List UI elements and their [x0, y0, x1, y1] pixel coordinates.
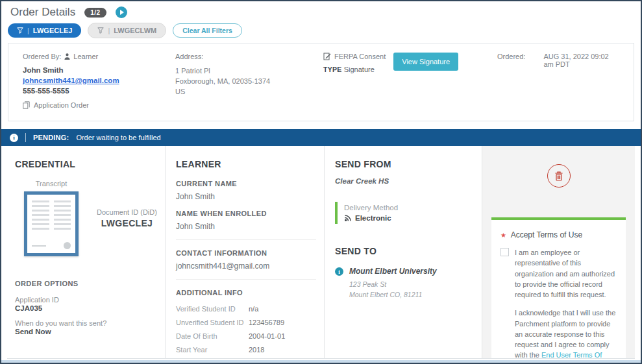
clear-all-filters-button[interactable]: Clear All Filters	[173, 23, 242, 38]
orderer-email-link[interactable]: johncsmith441@gmail.com	[23, 77, 119, 84]
next-order-button[interactable]	[116, 6, 127, 18]
filter-chip-row: | LWGECLEJ | LWGECLWM Clear All Filters	[1, 20, 641, 43]
send-from-heading: SEND FROM	[335, 159, 474, 169]
chip-divider: |	[27, 27, 29, 34]
credential-doc-type: Transcript	[15, 180, 88, 188]
ferpa-type-label: TYPE	[323, 66, 342, 73]
ordered-by-label: Ordered By:	[23, 53, 61, 60]
section-divider	[176, 239, 316, 240]
order-options-heading: ORDER OPTIONS	[15, 280, 157, 287]
enrolled-name-label: NAME WHEN ENROLLED	[176, 210, 316, 217]
order-type: Application Order	[34, 101, 89, 109]
accept-terms-checkbox[interactable]	[500, 248, 509, 256]
table-row: Grad / Leave Year 2022	[176, 358, 316, 358]
terms-checkbox-text: I am an employee or representative of th…	[515, 247, 617, 300]
address-line-3: US	[175, 87, 310, 97]
recipient-name: Mount Elbert University	[349, 267, 437, 276]
actions-column: ★ Accept Terms of Use I am an employee o…	[482, 146, 635, 358]
send-column: SEND FROM Clear Creek HS Delivery Method…	[325, 146, 482, 358]
transcript-pages-graphic	[32, 200, 71, 237]
ordered-date-value: AUG 31, 2022 09:02 am PDT	[543, 53, 619, 68]
delivery-method-label: Delivery Method	[344, 204, 474, 212]
ferpa-section: FERPA Consent TYPE Signature View Signat…	[317, 53, 491, 109]
status-banner: i PENDING: Order waiting to be fulfilled	[1, 129, 641, 146]
status-label: PENDING:	[33, 134, 69, 141]
address-label: Address:	[175, 53, 310, 60]
send-from-school: Clear Creek HS	[335, 177, 474, 185]
section-divider	[176, 279, 316, 280]
additional-info-table: Verified Student ID n/a Unverified Stude…	[176, 303, 316, 358]
ordered-by-section: Ordered By: Learner John Smith johncsmit…	[16, 53, 169, 109]
banner-divider	[25, 133, 26, 142]
play-icon	[120, 10, 124, 15]
delivery-method-box: Delivery Method Electronic	[335, 202, 474, 224]
send-timing-value: Send Now	[15, 328, 157, 335]
enrolled-name-value: John Smith	[176, 222, 316, 231]
required-star-icon: ★	[500, 232, 506, 239]
current-name-value: John Smith	[176, 192, 316, 201]
table-row: Unverified Student ID 123456789	[176, 317, 316, 330]
terms-acknowledgement-text: I acknowledge that I will use the Parchm…	[515, 308, 617, 358]
current-name-label: CURRENT NAME	[176, 180, 316, 188]
transcript-thumbnail[interactable]	[24, 191, 79, 256]
application-order-icon	[23, 101, 30, 109]
seal-graphic	[64, 242, 71, 249]
table-row: Start Year 2018	[176, 344, 316, 358]
contact-info-label: CONTACT INFORMATION	[176, 249, 316, 257]
document-id-label: Document ID (DiD)	[97, 208, 157, 216]
filter-chip-active[interactable]: | LWGECLEJ	[8, 23, 81, 38]
recipient-address-line-1: 123 Peak St	[349, 280, 474, 290]
status-message: Order waiting to be fulfilled	[76, 134, 160, 141]
page-header: Order Details 1/2	[1, 1, 641, 20]
additional-info-label: ADDITIONAL INFO	[176, 289, 316, 297]
contact-email-value: johncsmith441@gmail.com	[176, 261, 316, 271]
ferpa-consent-icon	[323, 53, 331, 60]
delivery-method-value: Electronic	[355, 214, 391, 222]
ordered-date-label: Ordered:	[497, 53, 525, 68]
order-details-page: Order Details 1/2 | LWGECLEJ | LWGECLWM …	[0, 0, 642, 364]
electronic-delivery-icon	[344, 214, 352, 222]
delete-order-button[interactable]	[547, 164, 571, 188]
filter-chip-label: LWGECLWM	[114, 27, 156, 34]
filter-funnel-icon	[97, 27, 104, 34]
recipient-info-icon[interactable]: i	[335, 267, 343, 276]
recipient-address-line-2: Mount Elbert CO, 81211	[349, 290, 474, 300]
chip-divider: |	[108, 27, 110, 34]
bottom-accent-bar	[1, 360, 641, 363]
orderer-name: John Smith	[23, 66, 162, 74]
order-summary-card: Ordered By: Learner John Smith johncsmit…	[8, 43, 634, 121]
ordered-date-section: Ordered: AUG 31, 2022 09:02 am PDT	[491, 53, 626, 109]
table-row: Date Of Birth 2004-01-01	[176, 330, 316, 344]
document-id-value: LWGECLEJ	[97, 218, 157, 228]
order-detail-columns: CREDENTIAL Transcript	[7, 146, 635, 359]
info-icon: i	[10, 134, 18, 142]
address-section: Address: 1 Patriot Pl Foxborough, MA, 02…	[169, 53, 317, 109]
accept-terms-card: ★ Accept Terms of Use I am an employee o…	[491, 217, 626, 358]
send-to-heading: SEND TO	[335, 246, 474, 256]
terms-title: Accept Terms of Use	[511, 230, 582, 239]
page-title: Order Details	[10, 6, 75, 19]
ferpa-type-value: Signature	[344, 66, 375, 73]
credential-heading: CREDENTIAL	[15, 159, 157, 169]
application-id-label: Application ID	[15, 296, 157, 304]
filter-chip-label: LWGECLEJ	[33, 27, 73, 34]
person-icon	[64, 53, 70, 60]
view-signature-button[interactable]: View Signature	[393, 53, 458, 71]
filter-funnel-icon	[17, 27, 23, 34]
ordered-by-persona: Learner	[73, 53, 98, 60]
learner-column: LEARNER CURRENT NAME John Smith NAME WHE…	[166, 146, 325, 358]
clear-all-filters-label: Clear All Filters	[182, 27, 232, 34]
credential-column: CREDENTIAL Transcript	[7, 146, 166, 358]
learner-heading: LEARNER	[176, 159, 316, 169]
pager-badge: 1/2	[84, 8, 106, 18]
send-question-label: When do you want this sent?	[15, 319, 157, 327]
filter-chip-inactive[interactable]: | LWGECLWM	[88, 23, 166, 38]
application-id-value: CJA035	[15, 304, 157, 312]
signature-line-graphic	[32, 245, 46, 247]
ferpa-consent-label: FERPA Consent	[334, 53, 386, 60]
address-line-1: 1 Patriot Pl	[175, 66, 310, 77]
address-line-2: Foxborough, MA, 02035-1374	[175, 77, 310, 87]
table-row: Verified Student ID n/a	[176, 303, 316, 317]
trash-icon	[554, 171, 563, 181]
orderer-phone: 555-555-5555	[23, 87, 162, 95]
